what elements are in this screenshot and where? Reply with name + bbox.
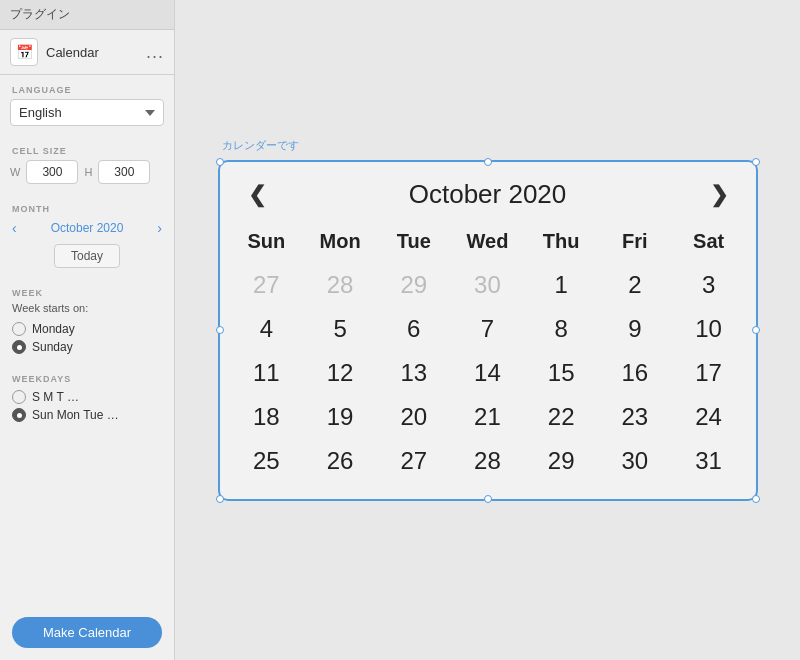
calendar-grid: Sun Mon Tue Wed Thu Fri Sat 272829301234… xyxy=(230,224,746,483)
weekdays-smt-option[interactable]: S M T … xyxy=(0,388,174,406)
calendar-day-w4-d7[interactable]: 24 xyxy=(672,395,746,439)
month-display[interactable]: October 2020 xyxy=(25,221,150,235)
calendar-day-w3-d2[interactable]: 12 xyxy=(303,351,377,395)
col-header-mon: Mon xyxy=(303,224,377,263)
week-monday-radio[interactable] xyxy=(12,322,26,336)
weekdays-section-label: WEEKDAYS xyxy=(0,364,174,388)
calendar-day-w5-d1[interactable]: 25 xyxy=(230,439,304,483)
plugin-header: 📅 Calendar ... xyxy=(0,30,174,75)
calendar-day-w5-d7[interactable]: 31 xyxy=(672,439,746,483)
calendar-day-w1-d5[interactable]: 1 xyxy=(524,263,598,307)
calendar-day-w2-d2[interactable]: 5 xyxy=(303,307,377,351)
calendar-day-w5-d6[interactable]: 30 xyxy=(598,439,672,483)
calendar-day-w2-d5[interactable]: 8 xyxy=(524,307,598,351)
col-header-sat: Sat xyxy=(672,224,746,263)
topbar-label: プラグイン xyxy=(10,7,70,21)
month-section-label: MONTH xyxy=(0,194,174,218)
calendar-day-w4-d4[interactable]: 21 xyxy=(451,395,525,439)
today-button[interactable]: Today xyxy=(54,244,120,268)
calendar-day-w5-d4[interactable]: 28 xyxy=(451,439,525,483)
make-calendar-button[interactable]: Make Calendar xyxy=(12,617,162,648)
handle-mid-right[interactable] xyxy=(752,326,760,334)
calendar-day-w2-d3[interactable]: 6 xyxy=(377,307,451,351)
handle-top-left[interactable] xyxy=(216,158,224,166)
plugin-title: Calendar xyxy=(46,45,138,60)
plugin-icon: 📅 xyxy=(10,38,38,66)
week-monday-label: Monday xyxy=(32,322,75,336)
calendar-day-w4-d1[interactable]: 18 xyxy=(230,395,304,439)
week-monday-option[interactable]: Monday xyxy=(0,320,174,338)
calendar-day-w2-d6[interactable]: 9 xyxy=(598,307,672,351)
weekdays-full-radio[interactable] xyxy=(12,408,26,422)
handle-bot-left[interactable] xyxy=(216,495,224,503)
col-header-tue: Tue xyxy=(377,224,451,263)
calendar-day-w1-d4[interactable]: 30 xyxy=(451,263,525,307)
calendar-day-w1-d7[interactable]: 3 xyxy=(672,263,746,307)
calendar-day-w3-d3[interactable]: 13 xyxy=(377,351,451,395)
weekdays-smt-radio[interactable] xyxy=(12,390,26,404)
week-starts-label: Week starts on: xyxy=(0,302,174,320)
plugin-menu-button[interactable]: ... xyxy=(146,42,164,63)
col-header-sun: Sun xyxy=(230,224,304,263)
sidebar: プラグイン 📅 Calendar ... LANGUAGE English Ja… xyxy=(0,0,175,660)
week-sunday-option[interactable]: Sunday xyxy=(0,338,174,356)
weekdays-smt-label: S M T … xyxy=(32,390,79,404)
calendar-header: ❮ October 2020 ❯ xyxy=(230,162,746,224)
calendar-day-w2-d7[interactable]: 10 xyxy=(672,307,746,351)
calendar-day-w4-d3[interactable]: 20 xyxy=(377,395,451,439)
sidebar-bottom: Make Calendar xyxy=(0,432,174,660)
handle-bot-right[interactable] xyxy=(752,495,760,503)
calendar-day-w3-d6[interactable]: 16 xyxy=(598,351,672,395)
calendar-body: 2728293012345678910111213141516171819202… xyxy=(230,263,746,483)
width-input[interactable] xyxy=(26,160,78,184)
calendar-day-w3-d1[interactable]: 11 xyxy=(230,351,304,395)
calendar-day-w5-d3[interactable]: 27 xyxy=(377,439,451,483)
calendar-wrapper: カレンダーです ❮ October 2020 ❯ Sun Mon xyxy=(218,160,758,501)
handle-top-right[interactable] xyxy=(752,158,760,166)
calendar-day-w2-d1[interactable]: 4 xyxy=(230,307,304,351)
month-next-button[interactable]: › xyxy=(153,218,166,238)
week-sunday-radio[interactable] xyxy=(12,340,26,354)
calendar-day-w3-d4[interactable]: 14 xyxy=(451,351,525,395)
calendar-week-1: 27282930123 xyxy=(230,263,746,307)
weekdays-full-option[interactable]: Sun Mon Tue … xyxy=(0,406,174,424)
week-section-label: WEEK xyxy=(0,278,174,302)
handle-top-mid[interactable] xyxy=(484,158,492,166)
calendar-day-w1-d2[interactable]: 28 xyxy=(303,263,377,307)
calendar-container: ❮ October 2020 ❯ Sun Mon Tue Wed Thu Fri… xyxy=(218,160,758,501)
calendar-header-row: Sun Mon Tue Wed Thu Fri Sat xyxy=(230,224,746,263)
calendar-day-w5-d2[interactable]: 26 xyxy=(303,439,377,483)
language-select[interactable]: English Japanese French German xyxy=(10,99,164,126)
col-header-wed: Wed xyxy=(451,224,525,263)
calendar-label: カレンダーです xyxy=(222,138,299,153)
calendar-day-w4-d6[interactable]: 23 xyxy=(598,395,672,439)
calendar-day-w4-d5[interactable]: 22 xyxy=(524,395,598,439)
calendar-day-w4-d2[interactable]: 19 xyxy=(303,395,377,439)
month-nav: ‹ October 2020 › xyxy=(0,218,174,244)
topbar: プラグイン xyxy=(0,0,174,30)
weekdays-full-label: Sun Mon Tue … xyxy=(32,408,119,422)
height-input[interactable] xyxy=(98,160,150,184)
width-label: W xyxy=(10,166,20,178)
calendar-next-button[interactable]: ❯ xyxy=(702,178,736,212)
calendar-day-w2-d4[interactable]: 7 xyxy=(451,307,525,351)
handle-bot-mid[interactable] xyxy=(484,495,492,503)
cell-size-section-label: CELL SIZE xyxy=(0,136,174,160)
calendar-week-5: 25262728293031 xyxy=(230,439,746,483)
calendar-week-2: 45678910 xyxy=(230,307,746,351)
calendar-day-w1-d1[interactable]: 27 xyxy=(230,263,304,307)
calendar-day-w1-d6[interactable]: 2 xyxy=(598,263,672,307)
week-sunday-label: Sunday xyxy=(32,340,73,354)
handle-mid-left[interactable] xyxy=(216,326,224,334)
month-prev-button[interactable]: ‹ xyxy=(8,218,21,238)
height-label: H xyxy=(84,166,92,178)
calendar-day-w3-d7[interactable]: 17 xyxy=(672,351,746,395)
calendar-day-w1-d3[interactable]: 29 xyxy=(377,263,451,307)
calendar-day-w5-d5[interactable]: 29 xyxy=(524,439,598,483)
cell-size-row: W H xyxy=(0,160,174,194)
calendar-day-w3-d5[interactable]: 15 xyxy=(524,351,598,395)
col-header-fri: Fri xyxy=(598,224,672,263)
calendar-prev-button[interactable]: ❮ xyxy=(240,178,274,212)
calendar-month-title: October 2020 xyxy=(409,179,567,210)
language-section-label: LANGUAGE xyxy=(0,75,174,99)
